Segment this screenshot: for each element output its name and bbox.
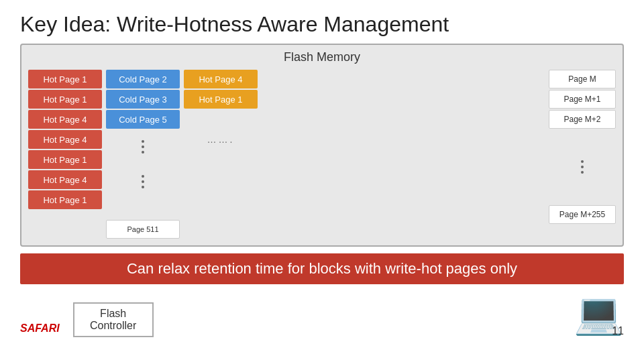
hot2-empty3 [184, 170, 258, 189]
col-page-labels: Page M Page M+1 Page M+2 Page M+255 [549, 70, 616, 239]
hot-page-4c: Hot Page 4 [28, 170, 102, 189]
hot-page-1c: Hot Page 1 [28, 150, 102, 169]
red-banner: Can relax retention time for blocks with… [20, 253, 624, 284]
flash-controller-box: FlashController [73, 302, 154, 337]
cold-page-2: Cold Page 2 [106, 70, 180, 88]
cold-page-5: Cold Page 5 [106, 110, 180, 129]
page-col-empty2 [549, 185, 616, 204]
hot-page-1b: Hot Page 1 [28, 90, 102, 109]
hot-page-1-top: Hot Page 1 [184, 90, 258, 109]
page-m255: Page M+255 [549, 205, 616, 224]
flash-table-area: Hot Page 1 Hot Page 1 Hot Page 4 Hot Pag… [28, 70, 616, 239]
hot-page-1a: Hot Page 1 [28, 70, 102, 88]
main-content: Flash Memory Hot Page 1 Hot Page 1 Hot P… [0, 44, 644, 284]
hot2-empty4 [184, 190, 258, 209]
safari-label: SAFARI [20, 322, 60, 337]
flash-memory-label: Flash Memory [28, 50, 616, 64]
page-511: Page 511 [106, 220, 180, 239]
page-col-vdots [549, 150, 616, 184]
page-m: Page M [549, 70, 616, 88]
col-cold-pages: Cold Page 2 Cold Page 3 Cold Page 5 Page… [106, 70, 180, 239]
page-number: 11 [612, 325, 624, 337]
col-hot2-pages: Hot Page 4 Hot Page 1 ……. [184, 70, 258, 239]
page-m1: Page M+1 [549, 90, 616, 109]
hot-page-4a: Hot Page 4 [28, 110, 102, 129]
hot-page-4-top: Hot Page 4 [184, 70, 258, 88]
hot2-empty2 [184, 150, 258, 169]
page-title: Key Idea: Write-Hotness Aware Management [0, 0, 644, 44]
cold-page-3: Cold Page 3 [106, 90, 180, 109]
cold-col-vdots [106, 130, 180, 164]
cold-col-vdots2 [106, 165, 180, 198]
bottom-area: SAFARI FlashController 💻 11 [0, 290, 644, 337]
page-col-empty1 [549, 130, 616, 149]
hot-page-1d: Hot Page 1 [28, 190, 102, 209]
hot-page-4b: Hot Page 4 [28, 130, 102, 149]
flash-controller-label: FlashController [90, 308, 136, 331]
col-hot-pages: Hot Page 1 Hot Page 1 Hot Page 4 Hot Pag… [28, 70, 102, 239]
hot2-empty1 [184, 110, 258, 129]
page-m2: Page M+2 [549, 110, 616, 129]
flash-memory-box: Flash Memory Hot Page 1 Hot Page 1 Hot P… [20, 44, 624, 247]
col-spacer [262, 70, 545, 239]
middle-dots: ……. [184, 130, 258, 149]
cold-spacer [106, 200, 180, 219]
